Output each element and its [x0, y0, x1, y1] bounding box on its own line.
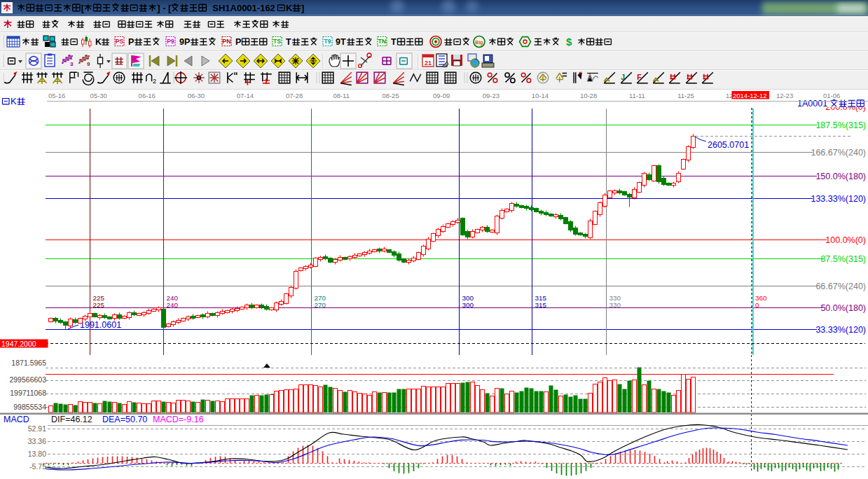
svg-text:12-23: 12-23: [776, 92, 793, 99]
svg-text:50.0%(180): 50.0%(180): [820, 303, 866, 313]
svg-text:1991.0601: 1991.0601: [80, 320, 121, 330]
svg-text:11-11: 11-11: [629, 92, 645, 99]
svg-text:13.80: 13.80: [28, 450, 46, 458]
svg-text:T: T: [391, 37, 397, 47]
svg-text:09-09: 09-09: [433, 92, 450, 99]
svg-text:MACD: MACD: [4, 415, 29, 424]
svg-text:TS: TS: [273, 38, 281, 45]
svg-text:300: 300: [462, 301, 474, 309]
svg-text:299566603: 299566603: [9, 375, 46, 384]
svg-text:P9: P9: [167, 38, 174, 45]
svg-text:330: 330: [609, 301, 621, 309]
svg-text:PN: PN: [223, 38, 231, 45]
svg-text:9T: 9T: [336, 37, 346, 47]
svg-text:21: 21: [425, 60, 432, 67]
svg-text:1A0001: 1A0001: [797, 99, 830, 109]
svg-text:[: [: [81, 3, 85, 13]
svg-text:1871.5965: 1871.5965: [11, 359, 46, 367]
svg-text:MACD=-9.16: MACD=-9.16: [153, 415, 204, 424]
svg-text:10-14: 10-14: [532, 92, 549, 99]
svg-text:0: 0: [755, 301, 759, 309]
svg-text:66.67%(240): 66.67%(240): [815, 282, 866, 291]
svg-text:07-14: 07-14: [237, 92, 254, 99]
svg-text:2605.0701: 2605.0701: [708, 140, 749, 150]
svg-text:52.91: 52.91: [28, 424, 46, 433]
svg-text:10-28: 10-28: [580, 92, 597, 99]
svg-text:150.0%(180): 150.0%(180): [815, 172, 866, 181]
svg-text:166.67%(240): 166.67%(240): [811, 148, 866, 158]
svg-text:07-28: 07-28: [286, 92, 303, 99]
svg-text:Big: Big: [475, 40, 483, 46]
svg-text:01-06: 01-06: [823, 92, 840, 99]
svg-text:2014-12-12: 2014-12-12: [733, 92, 767, 99]
svg-text:SH1A0001-162: SH1A0001-162: [207, 3, 275, 13]
svg-text:P: P: [235, 37, 241, 47]
svg-text:133.33%(120): 133.33%(120): [811, 194, 866, 204]
svg-text:K: K: [95, 37, 102, 47]
svg-text:]: ]: [301, 3, 304, 13]
svg-text:DEA=50.70: DEA=50.70: [102, 415, 147, 424]
svg-text:05-16: 05-16: [48, 92, 65, 99]
svg-text:315: 315: [535, 301, 547, 309]
svg-text:05-30: 05-30: [90, 92, 107, 99]
svg-text:T9: T9: [324, 38, 331, 45]
svg-text:9: 9: [87, 61, 90, 67]
svg-text:100.0%(0): 100.0%(0): [825, 235, 866, 245]
svg-text:99855534: 99855534: [13, 403, 46, 411]
svg-text:K: K: [286, 3, 293, 13]
svg-text:11-25: 11-25: [677, 92, 694, 99]
svg-text:K: K: [11, 96, 17, 106]
svg-text:P: P: [128, 37, 134, 47]
svg-text:J: J: [621, 74, 625, 81]
svg-text:T: T: [286, 37, 291, 47]
svg-text:06-16: 06-16: [139, 92, 156, 99]
svg-text:87.5%(315): 87.5%(315): [820, 254, 866, 264]
svg-text:DIF=46.12: DIF=46.12: [51, 415, 92, 424]
svg-text:08-25: 08-25: [382, 92, 399, 99]
svg-text:240: 240: [167, 301, 179, 309]
svg-text:2: 2: [153, 78, 156, 85]
svg-text:TN: TN: [378, 38, 386, 45]
svg-text:F: F: [637, 74, 641, 81]
svg-text:199711068: 199711068: [10, 389, 46, 397]
svg-text:33.33%(120): 33.33%(120): [815, 325, 866, 335]
svg-text:PS: PS: [116, 38, 124, 45]
svg-text:08-11: 08-11: [333, 92, 350, 99]
svg-text:33.36: 33.36: [28, 437, 46, 445]
svg-text:270: 270: [315, 301, 326, 309]
svg-text:3: 3: [70, 61, 74, 67]
svg-text:9P: 9P: [179, 37, 190, 47]
svg-text:$: $: [566, 36, 572, 48]
svg-text:187.5%(315): 187.5%(315): [815, 120, 866, 130]
svg-text:225: 225: [93, 301, 105, 309]
svg-text:1947.2000: 1947.2000: [1, 340, 36, 348]
svg-text:09-23: 09-23: [483, 92, 500, 99]
svg-text:06-30: 06-30: [188, 92, 205, 99]
svg-text:] - [: ] - [: [157, 3, 172, 13]
